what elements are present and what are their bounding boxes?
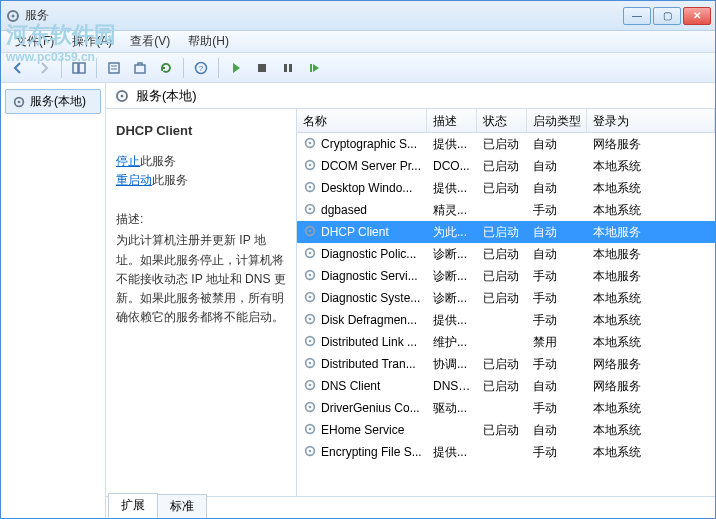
services-icon [5,8,21,24]
cell-logon: 本地系统 [587,156,715,177]
svg-point-25 [309,207,312,210]
svg-rect-13 [310,64,312,72]
cell-logon: 本地服务 [587,266,715,287]
col-start[interactable]: 启动类型 [527,109,587,132]
list-body[interactable]: Cryptographic S...提供...已启动自动网络服务DCOM Ser… [297,133,715,496]
cell-status: 已启动 [477,376,527,397]
selected-service-name: DHCP Client [116,121,286,142]
cell-start: 手动 [527,354,587,375]
gear-icon [303,400,317,417]
cell-name: Encrypting File S... [297,442,427,463]
svg-point-41 [309,383,312,386]
svg-point-21 [309,163,312,166]
stop-service-link[interactable]: 停止 [116,154,140,168]
table-row[interactable]: EHome Service已启动自动本地系统 [297,419,715,441]
cell-logon: 本地服务 [587,222,715,243]
pause-service-button[interactable] [277,57,299,79]
table-row[interactable]: Encrypting File S...提供...手动本地系统 [297,441,715,463]
gear-icon [303,422,317,439]
properties-button[interactable] [103,57,125,79]
cell-name: Diagnostic Polic... [297,244,427,265]
menu-file[interactable]: 文件(F) [7,31,62,52]
svg-point-23 [309,185,312,188]
services-window: 河东软件园 www.pc0359.cn 服务 — ▢ ✕ 文件(F) 操作(A)… [0,0,716,519]
back-button[interactable] [7,57,29,79]
cell-status: 已启动 [477,178,527,199]
restart-service-link[interactable]: 重启动 [116,173,152,187]
table-row[interactable]: DNS ClientDNS ...已启动自动网络服务 [297,375,715,397]
cell-name: dgbased [297,200,427,221]
col-desc[interactable]: 描述 [427,109,477,132]
list-header: 名称 描述 状态 启动类型 登录为 [297,109,715,133]
view-tabs: 扩展 标准 [106,496,715,518]
help-button[interactable]: ? [190,57,212,79]
col-logon[interactable]: 登录为 [587,109,715,132]
gear-icon [303,268,317,285]
show-hide-button[interactable] [68,57,90,79]
gear-icon [303,246,317,263]
minimize-button[interactable]: — [623,7,651,25]
cell-status: 已启动 [477,134,527,155]
separator [218,58,219,78]
window-title: 服务 [25,7,623,24]
tab-extended[interactable]: 扩展 [108,493,158,518]
description-label: 描述: [116,210,286,229]
forward-button[interactable] [33,57,55,79]
table-row[interactable]: Diagnostic Syste...诊断...已启动手动本地系统 [297,287,715,309]
table-row[interactable]: Diagnostic Servi...诊断...已启动手动本地服务 [297,265,715,287]
table-row[interactable]: Desktop Windo...提供...已启动自动本地系统 [297,177,715,199]
table-row[interactable]: DCOM Server Pr...DCO...已启动自动本地系统 [297,155,715,177]
svg-rect-2 [73,63,78,73]
col-name[interactable]: 名称 [297,109,427,132]
cell-start: 自动 [527,156,587,177]
cell-status: 已启动 [477,420,527,441]
table-row[interactable]: Disk Defragmen...提供...手动本地系统 [297,309,715,331]
restart-service-button[interactable] [303,57,325,79]
gear-icon [303,290,317,307]
menubar: 文件(F) 操作(A) 查看(V) 帮助(H) [1,31,715,53]
table-row[interactable]: DHCP Client为此...已启动自动本地服务 [297,221,715,243]
cell-name: DHCP Client [297,222,427,243]
stop-suffix: 此服务 [140,154,176,168]
refresh-button[interactable] [155,57,177,79]
cell-name: Diagnostic Syste... [297,288,427,309]
table-row[interactable]: DriverGenius Co...驱动...手动本地系统 [297,397,715,419]
cell-logon: 网络服务 [587,376,715,397]
separator [61,58,62,78]
cell-status: 已启动 [477,222,527,243]
cell-name: EHome Service [297,420,427,441]
gear-icon [303,378,317,395]
col-status[interactable]: 状态 [477,109,527,132]
table-row[interactable]: Distributed Tran...协调...已启动手动网络服务 [297,353,715,375]
svg-rect-4 [109,63,119,73]
svg-point-17 [121,94,124,97]
cell-desc: 协调... [427,354,477,375]
maximize-button[interactable]: ▢ [653,7,681,25]
separator [183,58,184,78]
cell-name: Cryptographic S... [297,134,427,155]
menu-view[interactable]: 查看(V) [122,31,178,52]
cell-start: 手动 [527,266,587,287]
svg-point-15 [18,100,21,103]
tree-node-services-local[interactable]: 服务(本地) [5,89,101,114]
cell-desc: 维护... [427,332,477,353]
cell-logon: 本地系统 [587,200,715,221]
close-button[interactable]: ✕ [683,7,711,25]
start-service-button[interactable] [225,57,247,79]
table-row[interactable]: Distributed Link ...维护...禁用本地系统 [297,331,715,353]
cell-desc: DNS ... [427,377,477,395]
cell-start: 自动 [527,420,587,441]
stop-service-line: 停止此服务 [116,152,286,171]
table-row[interactable]: Cryptographic S...提供...已启动自动网络服务 [297,133,715,155]
cell-start: 自动 [527,134,587,155]
cell-start: 禁用 [527,332,587,353]
stop-service-button[interactable] [251,57,273,79]
menu-action[interactable]: 操作(A) [64,31,120,52]
gear-icon [114,88,130,104]
export-button[interactable] [129,57,151,79]
table-row[interactable]: dgbased精灵...手动本地系统 [297,199,715,221]
tab-standard[interactable]: 标准 [157,494,207,518]
svg-rect-11 [284,64,287,72]
menu-help[interactable]: 帮助(H) [180,31,237,52]
table-row[interactable]: Diagnostic Polic...诊断...已启动自动本地服务 [297,243,715,265]
